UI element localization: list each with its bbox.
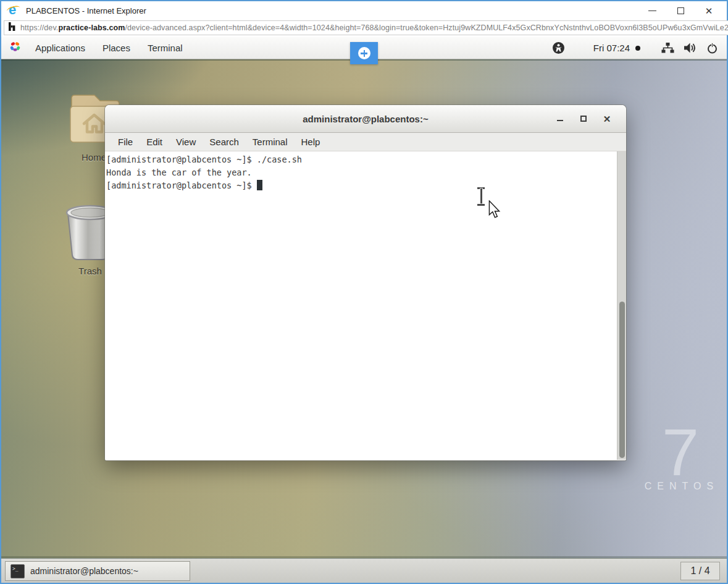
maximize-button[interactable] xyxy=(666,2,695,19)
close-button[interactable]: ✕ xyxy=(695,2,723,19)
url-scheme: https://dev. xyxy=(20,23,58,32)
menu-applications[interactable]: Applications xyxy=(27,37,94,59)
ie-window: e PLABCENTOS - Internet Explorer ✕ https… xyxy=(0,0,728,584)
terminal-line: Honda is the car of the year. xyxy=(106,166,626,179)
remote-desktop[interactable]: Applications Places Terminal Fri 07:24 xyxy=(1,37,727,583)
terminal-menu-search[interactable]: Search xyxy=(203,133,246,151)
menu-places[interactable]: Places xyxy=(94,37,139,59)
ie-titlebar[interactable]: e PLABCENTOS - Internet Explorer ✕ xyxy=(1,1,727,20)
terminal-scrollbar[interactable] xyxy=(617,151,626,460)
ie-urlbar: https://dev.practice-labs.com/device-adv… xyxy=(1,20,727,37)
terminal-maximize-button[interactable] xyxy=(572,105,595,132)
terminal-menubar: File Edit View Search Terminal Help xyxy=(105,133,626,151)
terminal-menu-terminal[interactable]: Terminal xyxy=(246,133,295,151)
centos-text-watermark: CENTOS xyxy=(641,481,722,492)
close-icon: ✕ xyxy=(603,114,611,124)
terminal-app-icon: >_ xyxy=(10,564,25,578)
menu-terminal[interactable]: Terminal xyxy=(139,37,191,59)
address-bar[interactable]: https://dev.practice-labs.com/device-adv… xyxy=(4,20,728,35)
notification-dot-icon xyxy=(635,46,640,51)
network-icon[interactable] xyxy=(656,37,679,59)
clock[interactable]: Fri 07:24 xyxy=(593,43,630,53)
terminal-menu-help[interactable]: Help xyxy=(295,133,327,151)
maximize-icon xyxy=(677,7,684,14)
url-path: /device-advanced.aspx?client=html&device… xyxy=(125,23,728,32)
close-icon: ✕ xyxy=(705,6,713,15)
power-icon[interactable] xyxy=(702,37,718,59)
taskbar-item-terminal[interactable]: >_ administrator@plabcentos:~ xyxy=(5,561,190,581)
terminal-menu-file[interactable]: File xyxy=(111,133,140,151)
terminal-prompt-line: [administrator@plabcentos ~]$ xyxy=(106,179,626,192)
overlay-plus-button[interactable] xyxy=(350,42,378,64)
minimize-button[interactable] xyxy=(638,2,666,19)
terminal-line: [administrator@plabcentos ~]$ xyxy=(106,180,257,190)
taskbar: >_ administrator@plabcentos:~ 1 / 4 xyxy=(1,558,727,583)
internet-explorer-icon: e xyxy=(7,4,21,17)
ie-window-controls: ✕ xyxy=(638,2,723,19)
terminal-output[interactable]: [administrator@plabcentos ~]$ ./case.sh … xyxy=(105,151,626,460)
panel-left: Applications Places Terminal xyxy=(1,37,191,59)
terminal-text-cursor xyxy=(257,180,262,190)
maximize-icon xyxy=(580,116,587,122)
terminal-titlebar[interactable]: administrator@plabcentos:~ ✕ xyxy=(105,105,626,133)
scrollbar-thumb[interactable] xyxy=(619,302,625,458)
centos-7-watermark: 7 xyxy=(643,419,718,486)
terminal-minimize-button[interactable] xyxy=(548,105,572,132)
ibeam-cursor-icon xyxy=(476,187,486,206)
terminal-line: [administrator@plabcentos ~]$ ./case.sh xyxy=(106,153,626,166)
terminal-close-button[interactable]: ✕ xyxy=(595,105,619,132)
mouse-pointer-icon xyxy=(488,200,501,221)
window-title: PLABCENTOS - Internet Explorer xyxy=(26,6,146,15)
minimize-icon xyxy=(557,120,563,121)
minimize-icon xyxy=(648,11,656,11)
terminal-title: administrator@plabcentos:~ xyxy=(303,114,428,124)
applications-menu-icon xyxy=(9,41,21,55)
terminal-menu-edit[interactable]: Edit xyxy=(140,133,169,151)
workspace-switcher[interactable]: 1 / 4 xyxy=(680,562,720,580)
accessibility-icon[interactable] xyxy=(552,41,565,54)
terminal-menu-view[interactable]: View xyxy=(169,133,203,151)
terminal-window-controls: ✕ xyxy=(548,105,619,132)
practice-labs-favicon xyxy=(9,22,16,33)
terminal-window: administrator@plabcentos:~ ✕ File Edit V… xyxy=(105,105,626,460)
taskbar-item-label: administrator@plabcentos:~ xyxy=(30,566,138,576)
volume-icon[interactable] xyxy=(679,37,702,59)
plus-icon xyxy=(358,47,370,59)
panel-right: Fri 07:24 xyxy=(552,37,727,59)
url-domain: practice-labs.com xyxy=(58,23,125,32)
url-text: https://dev.practice-labs.com/device-adv… xyxy=(20,23,728,32)
